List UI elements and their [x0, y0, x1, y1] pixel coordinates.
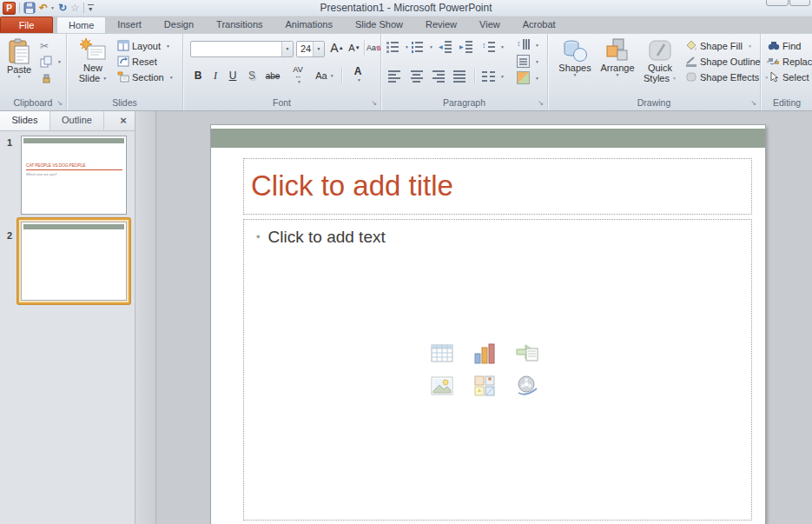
- select-button[interactable]: Select: [768, 70, 809, 84]
- copy-button[interactable]: [40, 54, 62, 69]
- insert-clipart-button[interactable]: [472, 373, 498, 399]
- insert-picture-button[interactable]: [429, 373, 455, 399]
- find-button[interactable]: Find: [768, 38, 801, 53]
- slide-1-thumbnail[interactable]: CAT PEOPLE VS DOG PEOPLE Which one are y…: [21, 136, 127, 215]
- arrange-button[interactable]: Arrange ▼: [597, 36, 638, 94]
- group-editing: Find Replace Select Editing: [761, 34, 812, 110]
- section-icon: [117, 71, 129, 83]
- text-direction-button[interactable]: [517, 37, 539, 52]
- justify-button[interactable]: [453, 69, 466, 83]
- reset-button[interactable]: Reset: [117, 54, 157, 69]
- shape-fill-button[interactable]: Shape Fill: [685, 38, 752, 53]
- numbering-button[interactable]: [411, 39, 433, 54]
- copy-icon: [40, 56, 52, 68]
- italic-button[interactable]: I: [208, 67, 222, 84]
- slides-panel-scrollbar[interactable]: [135, 111, 156, 524]
- minimize-button[interactable]: [766, 0, 789, 6]
- window-title: Presentation1 - Microsoft PowerPoint: [0, 2, 812, 14]
- shapes-icon: [562, 38, 588, 63]
- align-left-button[interactable]: [388, 69, 401, 83]
- slide-1-subtitle-text: Which one are you?: [26, 172, 126, 176]
- ribbon: Paste ▼ ✂ Clipboard: [0, 33, 812, 111]
- find-binoculars-icon: [768, 40, 780, 51]
- tab-design[interactable]: Design: [153, 17, 205, 33]
- font-name-combo[interactable]: ▼: [190, 41, 294, 57]
- clear-formatting-button[interactable]: Aa: [366, 39, 380, 56]
- panel-tab-slides[interactable]: Slides: [0, 111, 50, 130]
- maximize-button[interactable]: [789, 0, 810, 6]
- line-spacing-button[interactable]: [482, 39, 505, 54]
- font-color-button[interactable]: A: [347, 67, 369, 84]
- section-button[interactable]: Section: [117, 70, 174, 84]
- font-size-combo[interactable]: 24 ▼: [296, 41, 325, 57]
- title-placeholder-text: Click to add title: [244, 159, 751, 202]
- change-case-button[interactable]: Aa: [314, 67, 336, 84]
- shrink-font-button[interactable]: A▼: [347, 39, 362, 56]
- panel-close-button[interactable]: ×: [112, 111, 135, 130]
- font-size-dropdown-icon[interactable]: ▼: [313, 42, 324, 56]
- paragraph-group-label: Paragraph: [381, 97, 547, 108]
- insert-smartart-button[interactable]: [514, 341, 540, 367]
- insert-smartart-icon: [515, 342, 539, 366]
- spacing-arrows-icon: ↔: [294, 73, 301, 79]
- group-paragraph: Paragraph: [381, 34, 548, 110]
- shape-effects-button[interactable]: Shape Effects: [685, 70, 769, 84]
- character-spacing-button[interactable]: AV↔: [286, 67, 310, 84]
- bullet-icon: •: [256, 230, 261, 243]
- new-slide-button[interactable]: New Slide: [72, 36, 114, 94]
- font-name-dropdown-icon[interactable]: ▼: [281, 42, 293, 56]
- shapes-dropdown-arrow-icon[interactable]: ▼: [573, 73, 578, 77]
- underline-button[interactable]: U: [225, 67, 241, 84]
- clipboard-dialog-launcher[interactable]: [55, 98, 64, 108]
- tab-insert[interactable]: Insert: [106, 17, 153, 33]
- new-slide-icon: [80, 38, 106, 63]
- text-shadow-button[interactable]: S: [244, 67, 260, 84]
- slide-2-thumbnail-selected[interactable]: [17, 218, 130, 304]
- paragraph-dialog-launcher[interactable]: [536, 98, 545, 108]
- grow-font-button[interactable]: A▲: [328, 39, 346, 56]
- paste-clipboard-icon: [6, 38, 32, 64]
- bold-button[interactable]: B: [190, 67, 206, 84]
- bullets-button[interactable]: [386, 39, 409, 54]
- decrease-indent-button[interactable]: [439, 39, 452, 54]
- align-right-button[interactable]: [432, 69, 445, 83]
- convert-smartart-button[interactable]: [517, 70, 539, 85]
- tab-file[interactable]: File: [0, 17, 53, 33]
- tab-transitions[interactable]: Transitions: [205, 17, 274, 33]
- format-painter-button[interactable]: [40, 70, 52, 84]
- cut-button[interactable]: ✂: [40, 38, 49, 53]
- font-name-input[interactable]: [191, 42, 281, 56]
- align-center-button[interactable]: [410, 69, 423, 83]
- quick-styles-icon: [648, 38, 672, 63]
- content-placeholder[interactable]: •Click to add text: [243, 219, 752, 521]
- insert-table-button[interactable]: [429, 341, 455, 367]
- quick-styles-button[interactable]: Quick Styles: [640, 36, 680, 94]
- replace-button[interactable]: Replace: [768, 54, 812, 69]
- tab-view[interactable]: View: [468, 17, 512, 33]
- panel-tab-row: Slides Outline ×: [0, 111, 135, 131]
- tab-acrobat[interactable]: Acrobat: [512, 17, 567, 33]
- slide-canvas[interactable]: Click to add title •Click to add text: [211, 125, 765, 524]
- columns-button[interactable]: [482, 69, 505, 83]
- shape-outline-button[interactable]: Shape Outline: [685, 54, 770, 69]
- tab-animations[interactable]: Animations: [274, 17, 344, 33]
- align-text-icon: [517, 55, 530, 68]
- layout-button[interactable]: Layout: [117, 38, 170, 53]
- layout-icon: [117, 40, 129, 51]
- shapes-button[interactable]: Shapes ▼: [555, 36, 595, 94]
- font-dialog-launcher[interactable]: [369, 98, 379, 108]
- tab-review[interactable]: Review: [414, 17, 468, 33]
- panel-tab-outline[interactable]: Outline: [50, 111, 104, 130]
- tab-slide-show[interactable]: Slide Show: [344, 17, 414, 33]
- tab-home[interactable]: Home: [56, 17, 106, 33]
- title-placeholder[interactable]: Click to add title: [243, 158, 752, 215]
- paste-button[interactable]: Paste ▼: [1, 36, 37, 94]
- strikethrough-button[interactable]: abe: [263, 67, 282, 84]
- insert-media-button[interactable]: [514, 373, 540, 399]
- align-text-button[interactable]: [517, 54, 539, 69]
- insert-chart-button[interactable]: [472, 341, 498, 367]
- arrange-dropdown-arrow-icon[interactable]: ▼: [616, 73, 620, 77]
- increase-indent-button[interactable]: [459, 39, 472, 54]
- drawing-dialog-launcher[interactable]: [749, 98, 758, 108]
- paste-dropdown-arrow-icon[interactable]: ▼: [17, 75, 22, 79]
